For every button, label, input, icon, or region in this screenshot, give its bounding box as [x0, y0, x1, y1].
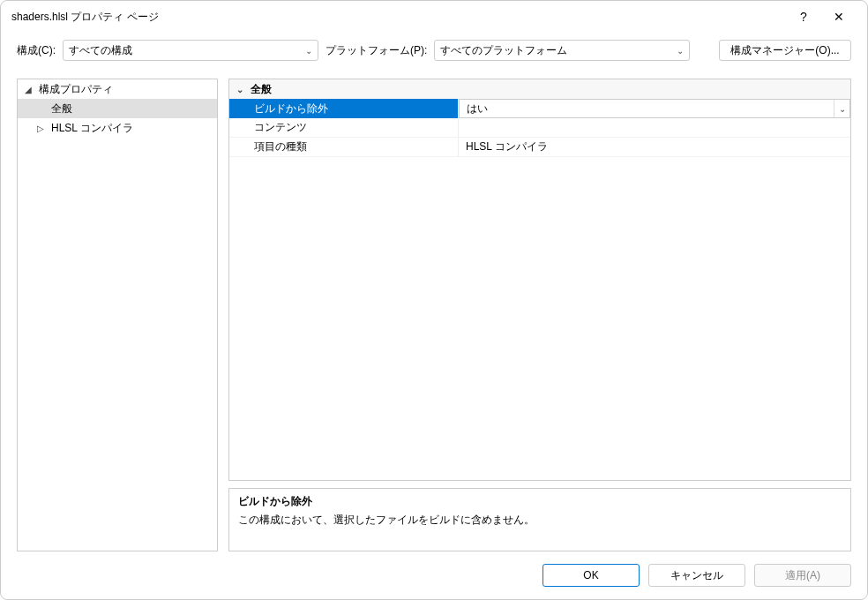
expander-icon[interactable]: ◢	[25, 85, 35, 94]
chevron-down-icon: ⌄	[236, 85, 251, 94]
grid-category-header[interactable]: ⌄ 全般	[229, 79, 850, 99]
chevron-down-icon: ⌄	[305, 46, 312, 56]
titlebar: shaders.hlsl プロパティ ページ ? ✕	[1, 1, 867, 33]
config-manager-button[interactable]: 構成マネージャー(O)...	[719, 40, 851, 61]
grid-value-text: HLSL コンパイラ	[466, 139, 548, 154]
grid-category-label: 全般	[251, 82, 272, 97]
tree-panel: ◢ 構成プロパティ 全般 ▷ HLSL コンパイラ	[17, 79, 218, 551]
grid-row-item-type[interactable]: 項目の種類 HLSL コンパイラ	[229, 138, 850, 157]
grid-value-text: はい	[467, 101, 488, 116]
toolbar: 構成(C): すべての構成 ⌄ プラットフォーム(P): すべてのプラットフォー…	[1, 33, 867, 68]
grid-property-value[interactable]	[459, 118, 850, 138]
ok-button[interactable]: OK	[542, 564, 640, 587]
description-panel: ビルドから除外 この構成において、選択したファイルをビルドに含めません。	[228, 488, 851, 551]
grid-row-excluded[interactable]: ビルドから除外 はい ⌄	[229, 99, 850, 118]
platform-label: プラットフォーム(P):	[326, 43, 427, 58]
close-button[interactable]: ✕	[821, 4, 857, 30]
expander-icon[interactable]: ▷	[37, 124, 48, 133]
help-button[interactable]: ?	[786, 4, 821, 30]
button-bar: OK キャンセル 適用(A)	[1, 551, 867, 599]
grid-property-value[interactable]: はい ⌄	[459, 99, 850, 118]
grid-property-name: コンテンツ	[229, 118, 459, 138]
description-text: この構成において、選択したファイルをビルドに含めません。	[238, 513, 842, 528]
chevron-down-icon: ⌄	[677, 46, 684, 56]
apply-button[interactable]: 適用(A)	[754, 564, 851, 587]
config-select[interactable]: すべての構成 ⌄	[63, 40, 318, 61]
tree-item-label: HLSL コンパイラ	[51, 121, 133, 136]
content-area: ◢ 構成プロパティ 全般 ▷ HLSL コンパイラ ⌄ 全般 ビルドから除外 は…	[1, 68, 867, 551]
tree-item-general[interactable]: 全般	[18, 99, 217, 118]
right-panel: ⌄ 全般 ビルドから除外 はい ⌄ コンテンツ 項目の種類 HLSL コン	[228, 79, 851, 551]
grid-property-name: ビルドから除外	[229, 99, 459, 118]
grid-property-value[interactable]: HLSL コンパイラ	[459, 138, 850, 157]
grid-property-name: 項目の種類	[229, 138, 459, 157]
config-label: 構成(C):	[17, 43, 56, 58]
platform-value: すべてのプラットフォーム	[440, 43, 567, 58]
grid-row-content[interactable]: コンテンツ	[229, 118, 850, 138]
cancel-button[interactable]: キャンセル	[648, 564, 745, 587]
platform-select[interactable]: すべてのプラットフォーム ⌄	[434, 40, 690, 61]
tree-root-item[interactable]: ◢ 構成プロパティ	[18, 79, 217, 99]
window-title: shaders.hlsl プロパティ ページ	[11, 10, 786, 25]
tree-item-label: 全般	[51, 101, 72, 116]
description-title: ビルドから除外	[238, 494, 842, 509]
property-grid: ⌄ 全般 ビルドから除外 はい ⌄ コンテンツ 項目の種類 HLSL コン	[228, 79, 851, 481]
tree-root-label: 構成プロパティ	[39, 82, 113, 97]
tree-item-hlsl[interactable]: ▷ HLSL コンパイラ	[18, 118, 217, 138]
config-value: すべての構成	[69, 43, 132, 58]
dropdown-button[interactable]: ⌄	[834, 100, 849, 117]
